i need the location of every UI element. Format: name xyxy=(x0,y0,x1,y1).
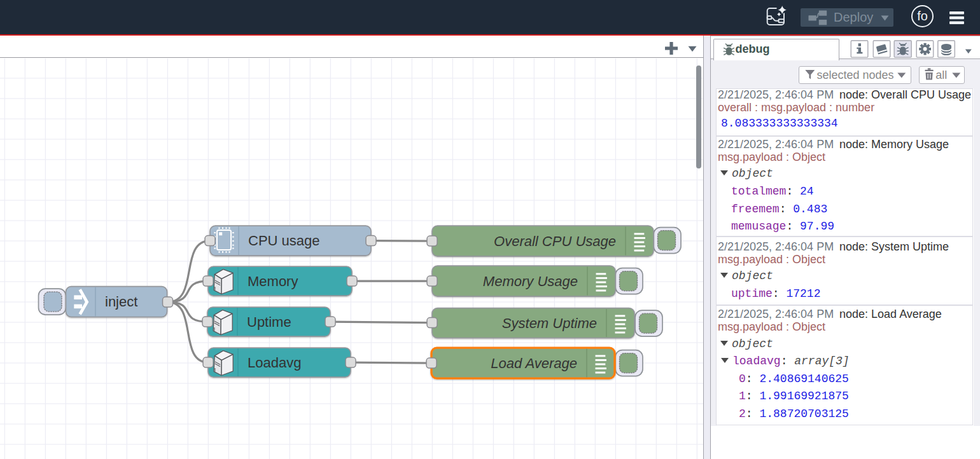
svg-text:Loadavg: Loadavg xyxy=(248,354,301,370)
svg-text:Memory: Memory xyxy=(248,273,298,289)
svg-text:selected nodes: selected nodes xyxy=(816,69,893,81)
svg-text:all: all xyxy=(935,69,947,81)
svg-text:System Uptime: System Uptime xyxy=(502,315,597,331)
svg-text:Load Average: Load Average xyxy=(491,355,577,371)
svg-text:CPU usage: CPU usage xyxy=(248,233,320,249)
svg-text:Memory Usage: Memory Usage xyxy=(483,273,578,289)
svg-text:Overall CPU Usage: Overall CPU Usage xyxy=(494,233,616,249)
svg-text:Uptime: Uptime xyxy=(247,313,291,329)
svg-text:inject: inject xyxy=(105,294,137,310)
